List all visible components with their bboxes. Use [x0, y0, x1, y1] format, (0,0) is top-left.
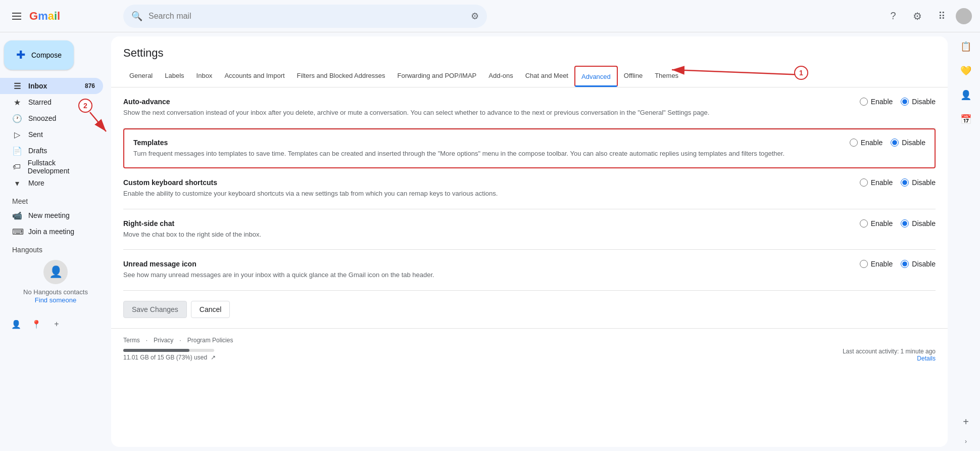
- templates-disable-group: Disable: [891, 139, 925, 147]
- unread-disable-group: Disable: [901, 260, 936, 268]
- sidebar-item-starred[interactable]: ★ Starred: [0, 94, 103, 110]
- storage-section: 11.01 GB of 15 GB (73%) used ↗: [123, 349, 216, 361]
- google-contacts-icon[interactable]: 👤: [956, 85, 976, 105]
- templates-enable-label: Enable: [861, 139, 883, 147]
- sidebar-item-inbox[interactable]: ☰ Inbox 876: [0, 78, 103, 94]
- compose-label: Compose: [31, 51, 62, 59]
- hamburger-menu[interactable]: [8, 9, 25, 24]
- unread-icon-title: Unread message icon: [123, 260, 816, 268]
- sidebar-item-more[interactable]: ▾ More: [0, 175, 103, 191]
- templates-disable-radio[interactable]: [891, 139, 899, 147]
- footer-sep2: ·: [179, 337, 181, 344]
- keyboard-enable-group: Enable: [860, 178, 893, 187]
- unread-icon-row: Unread message icon See how many unread …: [123, 250, 936, 291]
- tab-labels[interactable]: Labels: [159, 66, 190, 87]
- right-side-chat-controls: Enable Disable: [824, 219, 936, 228]
- tab-offline[interactable]: Offline: [618, 66, 649, 87]
- tab-advanced[interactable]: Advanced: [574, 66, 618, 87]
- compose-plus-icon: ✚: [16, 49, 25, 62]
- tab-general[interactable]: General: [123, 66, 159, 87]
- auto-advance-enable-label: Enable: [871, 98, 893, 106]
- settings-content: Auto-advance Show the next conversation …: [111, 87, 948, 328]
- right-chat-disable-group: Disable: [901, 219, 936, 228]
- unread-icon-controls: Enable Disable: [824, 260, 936, 268]
- tab-themes[interactable]: Themes: [649, 66, 684, 87]
- auto-advance-disable-radio[interactable]: [901, 98, 909, 106]
- unread-disable-label: Disable: [912, 260, 936, 268]
- search-icon: 🔍: [131, 11, 142, 22]
- tab-chat[interactable]: Chat and Meet: [519, 66, 574, 87]
- privacy-link[interactable]: Privacy: [154, 337, 173, 344]
- tab-accounts[interactable]: Accounts and Import: [218, 66, 290, 87]
- keyboard-enable-radio[interactable]: [860, 178, 868, 187]
- unread-disable-radio[interactable]: [901, 260, 909, 268]
- keyboard-disable-radio[interactable]: [901, 178, 909, 187]
- settings-title: Settings: [111, 36, 948, 66]
- search-input[interactable]: [149, 12, 465, 21]
- add-panel-icon[interactable]: +: [959, 412, 973, 432]
- tab-forwarding[interactable]: Forwarding and POP/IMAP: [391, 66, 482, 87]
- keyboard-disable-group: Disable: [901, 178, 936, 187]
- sidebar-item-snoozed[interactable]: 🕐 Snoozed: [0, 110, 103, 126]
- help-icon[interactable]: ?: [883, 6, 903, 26]
- compose-button[interactable]: ✚ Compose: [4, 40, 74, 70]
- tab-inbox[interactable]: Inbox: [190, 66, 219, 87]
- storage-external-link-icon[interactable]: ↗: [211, 354, 216, 361]
- tab-filters[interactable]: Filters and Blocked Addresses: [291, 66, 391, 87]
- right-chat-disable-label: Disable: [912, 219, 936, 228]
- sidebar-item-join-meeting[interactable]: ⌨ Join a meeting: [0, 223, 103, 240]
- settings-icon[interactable]: ⚙: [907, 6, 927, 26]
- auto-advance-controls: Enable Disable: [824, 98, 936, 106]
- footer: Terms · Privacy · Program Policies 11.01…: [111, 328, 948, 370]
- add-hangout-icon[interactable]: +: [48, 316, 65, 332]
- program-policies-link[interactable]: Program Policies: [187, 337, 233, 344]
- keyboard-disable-label: Disable: [912, 178, 936, 187]
- sidebar-item-label: More: [28, 179, 44, 187]
- apps-icon[interactable]: ⠿: [932, 6, 952, 26]
- cancel-button[interactable]: Cancel: [191, 301, 230, 318]
- sidebar-item-sent[interactable]: ▷ Sent: [0, 126, 103, 143]
- google-tasks-icon[interactable]: 📋: [956, 36, 976, 57]
- account-icon[interactable]: 👤: [8, 316, 24, 332]
- new-meeting-icon: 📹: [12, 211, 22, 220]
- templates-controls: Enable Disable: [814, 139, 925, 147]
- templates-info: Templates Turn frequent messages into te…: [133, 139, 806, 159]
- inbox-icon: ☰: [12, 81, 22, 91]
- right-side-chat-row: Right-side chat Move the chat box to the…: [123, 209, 936, 250]
- starred-icon: ★: [12, 98, 22, 107]
- right-chat-enable-radio[interactable]: [860, 219, 868, 228]
- sidebar-item-drafts[interactable]: 📄 Drafts: [0, 143, 103, 159]
- sidebar-item-label: Join a meeting: [28, 228, 74, 236]
- avatar[interactable]: [956, 8, 972, 24]
- footer-sep1: ·: [146, 337, 148, 344]
- sidebar-bottom-icons: 👤 📍 +: [0, 312, 111, 336]
- google-calendar-icon[interactable]: 📅: [956, 109, 976, 129]
- templates-enable-radio[interactable]: [850, 139, 858, 147]
- save-changes-button[interactable]: Save Changes: [123, 301, 187, 318]
- hangouts-find-link[interactable]: Find someone: [35, 296, 76, 304]
- location-icon[interactable]: 📍: [28, 316, 44, 332]
- filter-options-icon[interactable]: ⚙: [471, 11, 479, 22]
- main-content: Settings General Labels Inbox Accounts a…: [111, 36, 948, 447]
- auto-advance-disable-label: Disable: [912, 98, 936, 106]
- storage-fill: [123, 349, 189, 352]
- sidebar-item-new-meeting[interactable]: 📹 New meeting: [0, 207, 103, 223]
- keyboard-controls: Enable Disable: [824, 178, 936, 187]
- action-buttons-row: Save Changes Cancel: [123, 291, 936, 328]
- auto-advance-enable-radio[interactable]: [860, 98, 868, 106]
- right-side-chat-title: Right-side chat: [123, 219, 816, 228]
- right-chat-disable-radio[interactable]: [901, 219, 909, 228]
- details-link[interactable]: Details: [917, 355, 936, 362]
- sidebar-item-label: Starred: [28, 98, 52, 106]
- terms-link[interactable]: Terms: [123, 337, 140, 344]
- right-panel: 📋 💛 👤 📅 + ›: [952, 32, 980, 451]
- search-bar[interactable]: 🔍 ⚙: [123, 5, 487, 28]
- tab-addons[interactable]: Add-ons: [482, 66, 519, 87]
- keyboard-enable-label: Enable: [871, 178, 893, 187]
- right-side-chat-info: Right-side chat Move the chat box to the…: [123, 219, 816, 240]
- sidebar-item-fullstack[interactable]: 🏷 Fullstack Development: [0, 159, 103, 175]
- unread-enable-radio[interactable]: [860, 260, 868, 268]
- google-keep-icon[interactable]: 💛: [956, 61, 976, 81]
- expand-panel-icon[interactable]: ›: [965, 436, 967, 447]
- topbar: Gmail 🔍 ⚙ ? ⚙ ⠿: [0, 0, 980, 32]
